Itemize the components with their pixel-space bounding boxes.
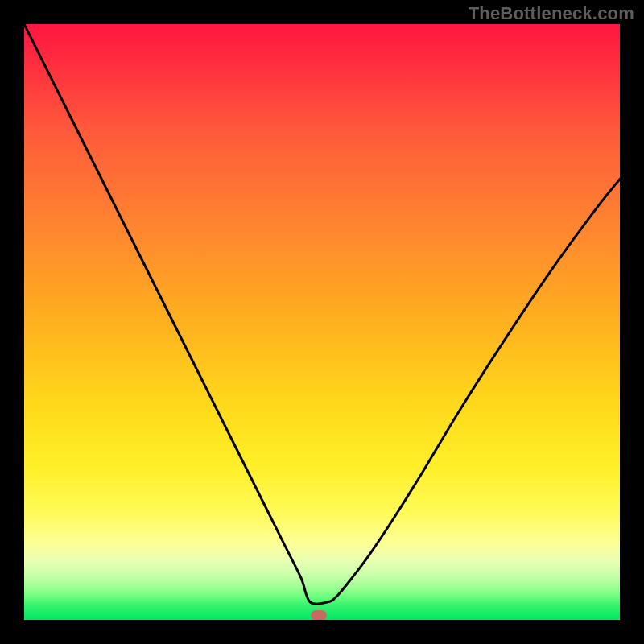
watermark-label: TheBottleneck.com [469, 3, 634, 24]
optimal-point-marker [311, 610, 327, 620]
chart-container: TheBottleneck.com [0, 0, 644, 644]
plot-area [24, 24, 620, 620]
bottleneck-curve [24, 24, 620, 620]
